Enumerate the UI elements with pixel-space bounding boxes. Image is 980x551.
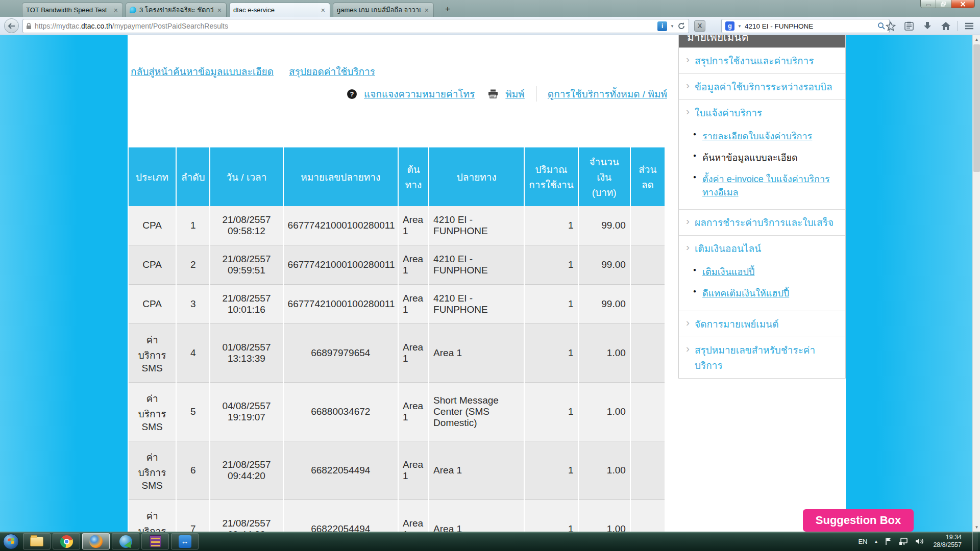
dtac-happy-topup-link[interactable]: ดีแทคเติมเงินให้แฮปปี้ bbox=[702, 288, 789, 298]
sidebar-item-manage-mypayment[interactable]: › จัดการมายเพย์เมนต์ bbox=[679, 311, 845, 337]
tab-dtac-network[interactable]: 3 โครงข่ายอัจฉริยะ ชัดกว่า เร็... × bbox=[126, 3, 227, 17]
legend-link[interactable]: แจกแจงความหมายค่าโทร bbox=[364, 86, 475, 102]
home-icon[interactable] bbox=[939, 19, 952, 33]
menu-hamburger-icon[interactable] bbox=[962, 19, 976, 33]
table-cell: 1 bbox=[524, 500, 578, 532]
hidden-icons-arrow-icon[interactable]: ▲ bbox=[874, 539, 878, 544]
search-box[interactable]: g ▼ 4210 EI - FUNPHONE bbox=[721, 19, 890, 33]
url-bar[interactable]: https://mydtac.dtac.co.th/mypayment/Post… bbox=[22, 19, 689, 33]
tray-date: 28/8/2557 bbox=[933, 541, 962, 549]
clock[interactable]: 19:34 28/8/2557 bbox=[933, 534, 962, 549]
taskbar-winrar-icon[interactable] bbox=[141, 533, 169, 549]
scroll-down-icon[interactable]: ▼ bbox=[973, 523, 980, 532]
tab-close-icon[interactable]: × bbox=[424, 7, 430, 14]
table-cell: 21/08/2557 09:44:22 bbox=[210, 500, 283, 532]
chevron-right-icon: › bbox=[686, 54, 690, 64]
taskbar-firefox-icon[interactable] bbox=[82, 533, 110, 549]
table-cell: Area 1 bbox=[429, 324, 524, 383]
taskbar-chrome-icon[interactable] bbox=[53, 533, 80, 549]
tab-close-icon[interactable]: × bbox=[113, 7, 119, 14]
table-header-cell: จำนวน เงิน (บาท) bbox=[578, 147, 630, 206]
sidebar-item-usage-summary[interactable]: › สรุปการใช้งานและค่าบริการ bbox=[679, 47, 845, 73]
idm-addon-icon[interactable]: i bbox=[657, 21, 667, 31]
idm-grabber-icon[interactable]: X bbox=[694, 20, 705, 32]
table-cell: 66777421000100280011 bbox=[283, 285, 398, 324]
invoice-submenu: รายละเอียดใบแจ้งค่าบริการ ค้นหาข้อมูลแบบ… bbox=[679, 126, 845, 209]
start-button[interactable] bbox=[3, 534, 19, 549]
tab-games[interactable]: games เกม เกมส์มือถือ จาวาเกมส์... × bbox=[333, 3, 434, 17]
table-cell bbox=[630, 324, 665, 383]
table-cell: 66777421000100280011 bbox=[283, 245, 398, 285]
table-row: ค่าบริการ SMS621/08/2557 09:44:206682205… bbox=[129, 441, 665, 500]
tab-dtac-eservice[interactable]: dtac e-service × bbox=[229, 3, 330, 17]
einvoice-setting-link[interactable]: ตั้งค่า e-invoice ใบแจ้งค่าบริการ ทางอีเ… bbox=[702, 174, 830, 197]
chevron-down-icon[interactable]: ▼ bbox=[670, 24, 674, 29]
taskbar-idm-icon[interactable] bbox=[112, 533, 139, 549]
print-link[interactable]: พิมพ์ bbox=[505, 86, 525, 102]
usage-table: ประเภทลำดับวัน / เวลาหมายเลขปลายทางต้น ท… bbox=[129, 147, 665, 532]
table-header-cell: ประเภท bbox=[129, 147, 176, 206]
scrollbar[interactable]: ▲ ▼ bbox=[972, 35, 980, 532]
bookmark-star-icon[interactable] bbox=[884, 19, 897, 33]
table-cell: 1 bbox=[524, 285, 578, 324]
table-cell: 66777421000100280011 bbox=[283, 206, 398, 245]
submenu-item: รายละเอียดใบแจ้งค่าบริการ bbox=[679, 126, 840, 147]
chevron-right-icon: › bbox=[686, 317, 690, 328]
table-cell: Area 1 bbox=[398, 324, 429, 383]
sidebar-item-invoice[interactable]: › ใบแจ้งค่าบริการ bbox=[679, 99, 845, 126]
action-center-flag-icon[interactable] bbox=[885, 537, 892, 545]
reload-icon[interactable] bbox=[677, 22, 685, 30]
back-to-search-link[interactable]: กลับสู่หน้าค้นหาข้อมูลแบบละเอียด bbox=[131, 64, 274, 79]
tab-title: 3 โครงข่ายอัจฉริยะ ชัดกว่า เร็... bbox=[139, 5, 213, 15]
table-cell bbox=[630, 245, 665, 285]
table-cell: 21/08/2557 09:59:51 bbox=[210, 245, 283, 285]
network-icon[interactable] bbox=[899, 537, 909, 545]
sidebar-item-online-topup[interactable]: › เติมเงินออนไลน์ bbox=[679, 235, 845, 261]
close-button[interactable] bbox=[951, 0, 974, 8]
taskbar-teamviewer-icon[interactable]: ↔ bbox=[171, 533, 199, 549]
happy-topup-link[interactable]: เติมเงินแฮปปี้ bbox=[702, 267, 754, 277]
language-indicator[interactable]: EN bbox=[858, 538, 867, 545]
table-cell: 6 bbox=[176, 441, 210, 500]
chevron-down-icon[interactable]: ▼ bbox=[738, 24, 742, 29]
table-cell: 3 bbox=[176, 285, 210, 324]
tab-tot-speedtest[interactable]: TOT Bandwidth Speed Test × bbox=[22, 3, 123, 17]
table-header-cell: หมายเลขปลายทาง bbox=[283, 147, 398, 206]
table-cell: 99.00 bbox=[578, 285, 630, 324]
back-button[interactable] bbox=[4, 18, 19, 33]
table-cell: 21/08/2557 09:58:12 bbox=[210, 206, 283, 245]
minimize-button[interactable] bbox=[921, 0, 936, 8]
restore-button[interactable] bbox=[936, 0, 951, 8]
table-cell: Area 1 bbox=[429, 500, 524, 532]
navbar-icon-cluster bbox=[884, 19, 976, 33]
tab-close-icon[interactable]: × bbox=[216, 7, 223, 14]
downloads-icon[interactable] bbox=[920, 19, 934, 33]
view-all-print-link[interactable]: ดูการใช้บริการทั้งหมด / พิมพ์ bbox=[548, 86, 667, 102]
desktop-screen: TOT Bandwidth Speed Test × 3 โครงข่ายอัจ… bbox=[0, 0, 980, 551]
sidebar-menu: มายเพย์เมนต์ › สรุปการใช้งานและค่าบริการ… bbox=[678, 35, 846, 379]
table-cell: ค่าบริการ SMS bbox=[129, 500, 176, 532]
bookmarks-panel-icon[interactable] bbox=[902, 19, 916, 33]
tab-close-icon[interactable]: × bbox=[320, 7, 326, 14]
summary-link[interactable]: สรุปยอดค่าใช้บริการ bbox=[289, 64, 375, 79]
scrollbar-thumb[interactable] bbox=[973, 44, 980, 172]
submenu-item-current: ค้นหาข้อมูลแบบละเอียด bbox=[679, 147, 840, 168]
invoice-detail-link[interactable]: รายละเอียดใบแจ้งค่าบริการ bbox=[702, 131, 812, 141]
table-cell: CPA bbox=[129, 245, 176, 285]
suggestion-box-button[interactable]: Suggestion Box bbox=[803, 509, 914, 532]
chevron-right-icon: › bbox=[686, 215, 690, 226]
table-cell bbox=[630, 383, 665, 441]
sidebar-item-number-summary[interactable]: › สรุปหมายเลขสำหรับชำระค่าบริการ bbox=[679, 337, 845, 378]
show-desktop-button[interactable] bbox=[972, 532, 978, 551]
table-cell bbox=[630, 206, 665, 245]
table-row: CPA221/08/2557 09:59:5166777421000100280… bbox=[129, 245, 665, 285]
scroll-up-icon[interactable]: ▲ bbox=[973, 35, 980, 44]
table-actions: ? แจกแจงความหมายค่าโทร พิมพ์ ดูการใช้บริ… bbox=[347, 86, 667, 102]
new-tab-button[interactable]: + bbox=[440, 3, 455, 15]
sidebar-item-unbilled-usage[interactable]: › ข้อมูลค่าใช้บริการระหว่างรอบบิล bbox=[679, 73, 845, 99]
table-row: CPA121/08/2557 09:58:1266777421000100280… bbox=[129, 206, 665, 245]
sidebar-item-payment-result[interactable]: › ผลการชำระค่าบริการและใบเสร็จ bbox=[679, 209, 845, 235]
taskbar-explorer-icon[interactable] bbox=[23, 533, 51, 549]
volume-icon[interactable] bbox=[915, 537, 924, 545]
google-engine-icon[interactable]: g bbox=[725, 21, 734, 31]
